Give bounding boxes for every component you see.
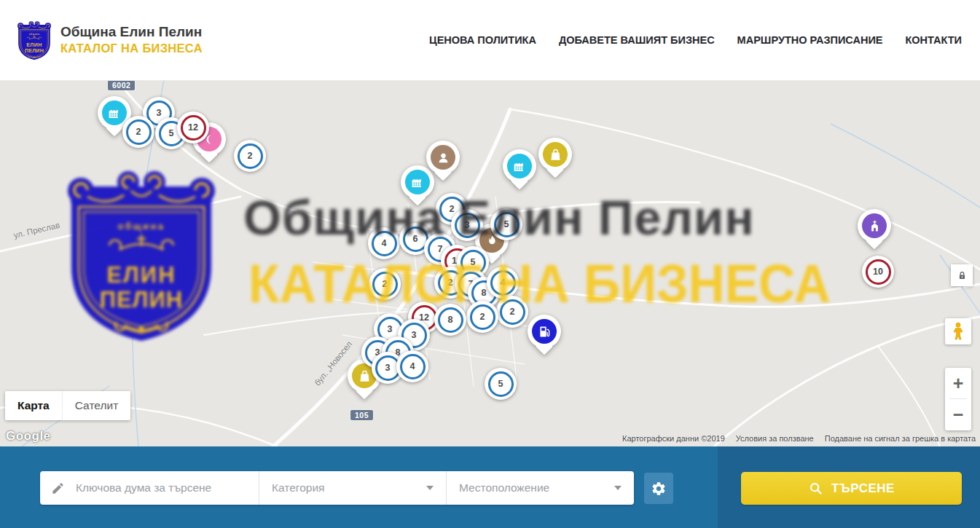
map-attribution: Картографски данни ©2019Условия за ползв… bbox=[622, 434, 976, 443]
cluster-marker[interactable]: 2 bbox=[234, 140, 266, 172]
nav-item-2[interactable]: МАРШРУТНО РАЗПИСАНИЕ bbox=[737, 34, 883, 46]
cluster-count: 2 bbox=[126, 119, 152, 145]
street-view-pegman-button[interactable] bbox=[945, 318, 971, 344]
map-type-satellite-button[interactable]: Сателит bbox=[62, 391, 130, 420]
cluster-count: 5 bbox=[488, 371, 514, 397]
nav-item-0[interactable]: ЦЕНОВА ПОЛИТИКА bbox=[429, 34, 536, 46]
chevron-down-icon bbox=[614, 486, 622, 490]
pencil-icon bbox=[51, 481, 65, 495]
cluster-marker[interactable]: 3 bbox=[451, 209, 483, 241]
search-bar: Категория Местоположение ТЪРСЕНЕ bbox=[0, 446, 980, 528]
cluster-count: 10 bbox=[866, 259, 891, 285]
cluster-marker[interactable]: 2 bbox=[369, 268, 401, 300]
logo-subtitle: КАТАЛОГ НА БИЗНЕСА bbox=[60, 42, 203, 55]
cluster-marker[interactable]: 4 bbox=[396, 350, 428, 382]
church-pin-marker[interactable] bbox=[858, 209, 891, 251]
cluster-count: 3 bbox=[455, 213, 480, 238]
category-dropdown-label: Категория bbox=[272, 481, 324, 494]
cluster-count: 4 bbox=[490, 270, 516, 296]
attribution-item-1[interactable]: Условия за ползване bbox=[736, 434, 814, 443]
cluster-marker[interactable]: 2 bbox=[496, 296, 528, 328]
cluster-count: 2 bbox=[238, 143, 263, 169]
cluster-count: 2 bbox=[500, 299, 525, 325]
church-icon bbox=[867, 218, 882, 234]
nav-item-3[interactable]: КОНТАКТИ bbox=[905, 34, 962, 46]
municipality-crest-icon bbox=[16, 18, 52, 62]
map-canvas[interactable]: 6002105ул. Преславбул. „Новосел325122235… bbox=[0, 80, 980, 446]
lock-button[interactable] bbox=[951, 264, 973, 286]
cluster-marker[interactable]: 5 bbox=[485, 368, 517, 400]
cluster-count: 4 bbox=[372, 231, 397, 256]
site-header: Община Елин Пелин КАТАЛОГ НА БИЗНЕСА ЦЕН… bbox=[0, 0, 980, 81]
search-icon bbox=[808, 481, 823, 496]
site-logo[interactable]: Община Елин Пелин КАТАЛОГ НА БИЗНЕСА bbox=[16, 18, 203, 62]
logo-text: Община Елин Пелин КАТАЛОГ НА БИЗНЕСА bbox=[60, 25, 203, 55]
attribution-item-2[interactable]: Подаване на сигнал за грешка в картата bbox=[825, 434, 976, 443]
page-root: { "header": { "logo": { "title": "Община… bbox=[0, 0, 980, 528]
cluster-count: 12 bbox=[181, 115, 206, 141]
map-type-control: Карта Сателит bbox=[5, 391, 130, 420]
cluster-marker[interactable]: 4 bbox=[368, 227, 400, 259]
attribution-item-0: Картографски данни ©2019 bbox=[622, 434, 725, 443]
search-button[interactable]: ТЪРСЕНЕ bbox=[741, 472, 962, 505]
road-badge: 105 bbox=[350, 410, 373, 420]
cluster-marker[interactable]: 4 bbox=[487, 267, 519, 299]
lock-icon bbox=[956, 269, 968, 282]
keyword-field-wrap bbox=[40, 471, 259, 505]
fuel-pump-icon bbox=[537, 324, 552, 339]
cluster-marker[interactable]: 12 bbox=[177, 111, 209, 143]
cluster-marker[interactable]: 2 bbox=[122, 116, 154, 148]
nav-item-1[interactable]: ДОБАВЕТЕ ВАШИЯТ БИЗНЕС bbox=[559, 34, 715, 46]
chevron-down-icon bbox=[426, 486, 434, 490]
zoom-in-button[interactable]: + bbox=[945, 368, 971, 398]
shopping-bag-icon bbox=[548, 147, 563, 162]
gear-icon bbox=[651, 481, 667, 497]
factory-icon bbox=[107, 106, 122, 121]
cluster-count: 2 bbox=[470, 304, 495, 330]
search-button-label: ТЪРСЕНЕ bbox=[831, 481, 895, 496]
zoom-control: + − bbox=[945, 368, 971, 430]
logo-title: Община Елин Пелин bbox=[60, 25, 203, 40]
worker-pin-marker[interactable] bbox=[426, 141, 460, 183]
category-dropdown[interactable]: Категория bbox=[259, 471, 446, 505]
map-type-map-button[interactable]: Карта bbox=[5, 391, 62, 420]
cluster-marker[interactable]: 2 bbox=[466, 301, 498, 333]
keyword-search-input[interactable] bbox=[74, 481, 252, 495]
cluster-count: 8 bbox=[438, 307, 463, 333]
location-dropdown-label: Местоположение bbox=[459, 481, 549, 494]
search-fields: Категория Местоположение bbox=[40, 471, 634, 505]
cluster-marker[interactable]: 10 bbox=[862, 256, 894, 288]
cluster-marker[interactable]: 8 bbox=[434, 304, 466, 336]
worker-icon bbox=[436, 150, 451, 165]
pegman-icon bbox=[949, 322, 967, 341]
location-dropdown[interactable]: Местоположение bbox=[446, 471, 634, 505]
factory-icon bbox=[410, 175, 426, 190]
cluster-marker[interactable]: 5 bbox=[490, 208, 522, 240]
factory-icon bbox=[512, 159, 528, 174]
advanced-search-button[interactable] bbox=[644, 473, 673, 504]
cluster-count: 5 bbox=[494, 212, 520, 237]
shopping-bag-pin-marker[interactable] bbox=[538, 138, 572, 180]
google-logo[interactable]: Google bbox=[6, 429, 51, 444]
fuel-pump-pin-marker[interactable] bbox=[528, 315, 561, 357]
zoom-out-button[interactable]: − bbox=[945, 399, 971, 430]
road-badge: 6002 bbox=[108, 80, 135, 90]
cluster-count: 2 bbox=[372, 272, 398, 297]
shopping-bag-icon bbox=[357, 369, 372, 384]
factory-pin-marker[interactable] bbox=[503, 149, 536, 192]
main-nav: ЦЕНОВА ПОЛИТИКАДОБАВЕТЕ ВАШИЯТ БИЗНЕСМАР… bbox=[429, 34, 962, 46]
cluster-count: 4 bbox=[400, 354, 426, 379]
